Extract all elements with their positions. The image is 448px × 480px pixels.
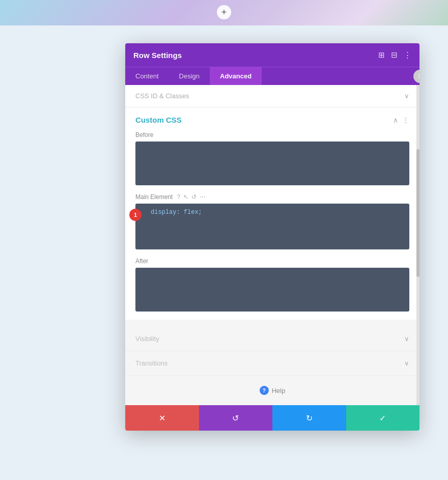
scrollbar-track — [416, 85, 419, 405]
main-element-icons: ? ↖ ↺ ⋯ — [177, 193, 206, 201]
main-element-help-icon[interactable]: ? — [177, 193, 180, 201]
css-id-classes-label: CSS ID & Classes — [135, 92, 189, 100]
main-element-more-icon[interactable]: ⋯ — [200, 193, 206, 201]
custom-css-chevron-up[interactable]: ∧ — [393, 116, 398, 124]
after-label: After — [135, 258, 409, 265]
divider-1 — [125, 320, 419, 327]
before-textarea[interactable] — [135, 142, 409, 185]
visibility-chevron: ∨ — [404, 335, 409, 343]
cancel-button[interactable]: ✕ — [125, 405, 199, 431]
transitions-chevron: ∨ — [404, 359, 409, 367]
main-element-editor[interactable]: 1 display: flex; — [135, 204, 409, 249]
after-textarea[interactable] — [135, 268, 409, 312]
main-element-pointer-icon[interactable]: ↖ — [183, 193, 188, 201]
scrollbar-thumb[interactable] — [416, 149, 419, 277]
custom-css-more-icon[interactable]: ⋮ — [402, 116, 409, 124]
help-icon: ? — [260, 386, 269, 395]
modal-title: Row Settings — [133, 51, 182, 60]
modal-body: CSS ID & Classes ∨ Custom CSS ∧ ⋮ Before… — [125, 85, 419, 405]
row-settings-modal: Row Settings ⊞ ⊟ ⋮ Content Design Advanc… — [125, 43, 419, 431]
line-number-badge: 1 — [129, 209, 142, 221]
tab-content[interactable]: Content — [125, 67, 169, 85]
code-value: flex; — [184, 209, 202, 216]
modal-header: Row Settings ⊞ ⊟ ⋮ — [125, 43, 419, 67]
more-options-icon[interactable]: ⋮ — [404, 50, 411, 60]
css-id-classes-chevron: ∨ — [404, 92, 409, 100]
close-button[interactable]: ✕ — [413, 70, 419, 83]
header-icons: ⊞ ⊟ ⋮ — [378, 50, 411, 60]
before-label: Before — [135, 131, 409, 138]
columns-icon[interactable]: ⊟ — [391, 50, 398, 60]
save-button[interactable]: ✓ — [346, 405, 420, 431]
visibility-section[interactable]: Visibility ∨ — [125, 327, 419, 351]
code-property: display: — [151, 209, 184, 216]
css-id-classes-section[interactable]: CSS ID & Classes ∨ — [125, 85, 419, 107]
before-editor[interactable] — [135, 142, 409, 185]
visibility-label: Visibility — [135, 335, 159, 343]
tabs-bar: Content Design Advanced ✕ — [125, 67, 419, 85]
help-label[interactable]: Help — [272, 387, 286, 394]
custom-css-header: Custom CSS ∧ ⋮ — [135, 116, 409, 124]
transitions-section[interactable]: Transitions ∨ — [125, 351, 419, 376]
footer-buttons: ✕ ↺ ↻ ✓ — [125, 405, 419, 431]
custom-css-header-icons: ∧ ⋮ — [393, 116, 409, 124]
custom-css-section: Custom CSS ∧ ⋮ Before Main Element ? ↖ ↺… — [125, 107, 419, 320]
custom-css-title: Custom CSS — [135, 116, 182, 124]
undo-button[interactable]: ↺ — [199, 405, 273, 431]
after-editor[interactable] — [135, 268, 409, 312]
main-element-row: Main Element ? ↖ ↺ ⋯ — [135, 193, 409, 201]
main-element-reset-icon[interactable]: ↺ — [191, 193, 197, 201]
main-element-label: Main Element — [135, 193, 173, 201]
redo-button[interactable]: ↻ — [272, 405, 346, 431]
tab-design[interactable]: Design — [169, 67, 210, 85]
fullscreen-icon[interactable]: ⊞ — [378, 50, 385, 60]
help-row: ? Help — [125, 376, 419, 405]
tab-advanced[interactable]: Advanced — [210, 67, 262, 85]
add-button[interactable]: + — [217, 5, 231, 19]
transitions-label: Transitions — [135, 359, 167, 367]
code-line: display: flex; — [151, 209, 202, 216]
